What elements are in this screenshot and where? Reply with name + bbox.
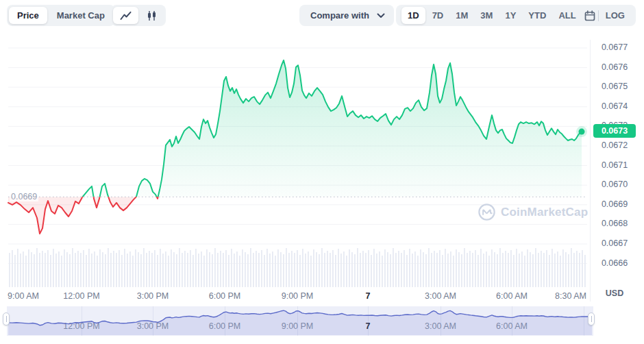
compare-with-label: Compare with xyxy=(310,10,369,21)
line-chart-type-button[interactable] xyxy=(113,7,138,24)
price-tab[interactable]: Price xyxy=(9,7,47,24)
navigator-label: 6:00 AM xyxy=(484,321,539,331)
y-axis-label: 0.0677 xyxy=(593,42,636,52)
y-axis-label: 0.0675 xyxy=(593,82,636,91)
x-axis-label: 6:00 PM xyxy=(197,291,252,301)
currency-unit-label: USD xyxy=(593,288,636,298)
y-axis-label: 0.0666 xyxy=(593,258,636,268)
x-axis-label: 7 xyxy=(340,291,395,301)
navigator-label: 9:00 PM xyxy=(270,321,325,331)
chevron-down-icon xyxy=(377,13,385,19)
baseline-price-label: 0.0669 xyxy=(10,192,38,201)
range-1y-button[interactable]: 1Y xyxy=(499,7,521,24)
x-axis-label: 3:00 AM xyxy=(413,291,468,301)
time-range-selector: 1D 7D 1M 3M 1Y YTD ALL LOG xyxy=(396,5,636,26)
x-axis-label: 9:00 PM xyxy=(270,291,325,301)
navigator-label: 12:00 PM xyxy=(54,321,109,331)
y-axis-label: 0.0672 xyxy=(593,140,636,150)
range-7d-button[interactable]: 7D xyxy=(427,7,449,24)
x-axis-label: 6:00 AM xyxy=(484,291,539,301)
x-axis-label: 12:00 PM xyxy=(54,291,109,301)
y-axis-label: 0.0669 xyxy=(593,199,636,209)
candlestick-chart-type-button[interactable] xyxy=(140,7,164,24)
navigator-label: 7 xyxy=(340,321,395,331)
y-axis-label: 0.0671 xyxy=(593,160,636,170)
x-axis-label: 9:00 AM xyxy=(0,291,51,301)
navigator-label: 6:00 PM xyxy=(197,321,252,331)
range-1d-button[interactable]: 1D xyxy=(401,7,425,24)
toolbar-divider xyxy=(598,10,599,21)
range-all-button[interactable]: ALL xyxy=(553,7,581,24)
y-axis-label: 0.0676 xyxy=(593,62,636,72)
navigator-label: 3:00 PM xyxy=(125,321,180,331)
navigator-gridline xyxy=(584,306,584,336)
calendar-button[interactable] xyxy=(583,10,597,21)
y-axis-label: 0.0668 xyxy=(593,219,636,228)
price-chart-widget: Price Market Cap Compare with 1D 7D 1M 3… xyxy=(0,0,644,344)
line-chart-icon xyxy=(120,11,132,21)
watermark-text: CoinMarketCap xyxy=(501,206,588,219)
navigator-right-handle[interactable] xyxy=(588,312,595,325)
y-axis-label: 0.0670 xyxy=(593,180,636,189)
range-1m-button[interactable]: 1M xyxy=(450,7,473,24)
current-price-badge: 0.0673 xyxy=(593,124,636,138)
compare-with-button[interactable]: Compare with xyxy=(299,5,394,26)
market-cap-tab[interactable]: Market Cap xyxy=(49,7,113,24)
calendar-icon xyxy=(584,10,595,21)
coinmarketcap-logo-icon xyxy=(478,203,496,221)
y-axis-label: 0.0674 xyxy=(593,101,636,111)
range-ytd-button[interactable]: YTD xyxy=(523,7,552,24)
coinmarketcap-watermark: CoinMarketCap xyxy=(478,203,588,221)
price-marketcap-toggle: Price Market Cap xyxy=(7,5,115,26)
x-axis-label: 3:00 PM xyxy=(125,291,180,301)
x-axis-label: 8:30 AM xyxy=(543,291,598,301)
candlestick-icon xyxy=(147,10,157,21)
navigator-label: 3:00 AM xyxy=(413,321,468,331)
log-scale-button[interactable]: LOG xyxy=(600,7,630,24)
navigator[interactable]: 12:00 PM3:00 PM6:00 PM9:00 PM73:00 AM6:0… xyxy=(7,306,593,336)
range-3m-button[interactable]: 3M xyxy=(475,7,498,24)
chart-type-toggle xyxy=(111,5,166,26)
y-axis-label: 0.0667 xyxy=(593,238,636,248)
navigator-left-handle[interactable] xyxy=(3,312,10,325)
